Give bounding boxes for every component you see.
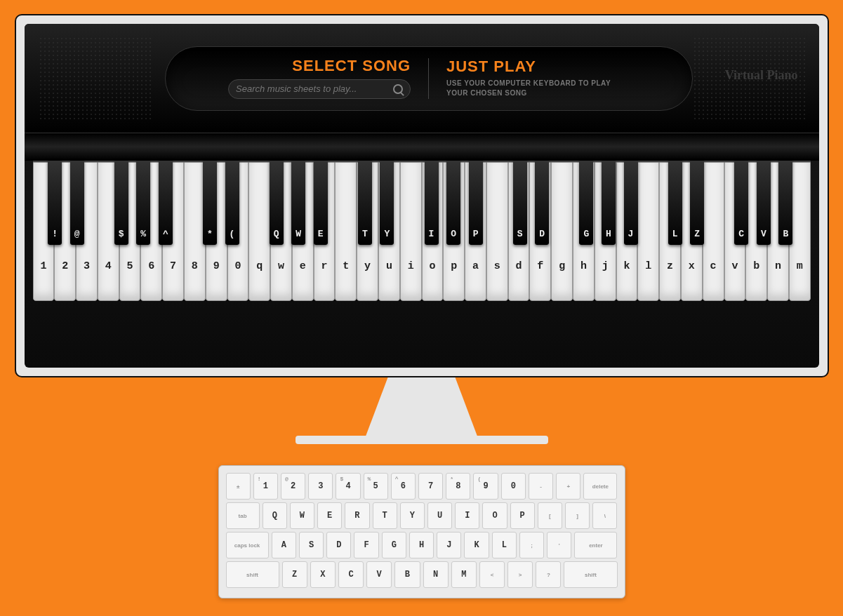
black-key-^[interactable]: ^ bbox=[159, 161, 173, 245]
black-key-Y[interactable]: Y bbox=[380, 161, 394, 245]
kbd-key-[[interactable]: [ bbox=[538, 502, 562, 529]
kbd-key-6[interactable]: ^6 bbox=[391, 473, 416, 500]
computer-keyboard: ±!1@23$4%5^67*8(90-+delete tabQWERTYUIOP… bbox=[218, 465, 625, 598]
kbd-key-\[interactable]: \ bbox=[592, 502, 617, 529]
black-key-V[interactable]: V bbox=[757, 161, 771, 245]
key-label: P bbox=[473, 229, 479, 239]
black-key-![interactable]: ! bbox=[48, 161, 62, 245]
kbd-key-I[interactable]: I bbox=[455, 502, 479, 529]
black-key-C[interactable]: C bbox=[734, 161, 748, 245]
black-key-B[interactable]: B bbox=[778, 161, 792, 245]
kbd-key-S[interactable]: S bbox=[299, 532, 324, 558]
kbd-key-W[interactable]: W bbox=[290, 502, 314, 529]
search-input[interactable] bbox=[236, 83, 393, 94]
black-key-O[interactable]: O bbox=[446, 161, 460, 245]
key-label: T bbox=[362, 229, 368, 239]
black-key-Q[interactable]: Q bbox=[270, 161, 284, 245]
black-key-Z[interactable]: Z bbox=[690, 161, 704, 245]
kbd-key-+[interactable]: + bbox=[556, 473, 580, 500]
black-key-J[interactable]: J bbox=[624, 161, 638, 245]
kbd-key-<[interactable]: < bbox=[479, 561, 505, 588]
kbd-key-1[interactable]: !1 bbox=[253, 473, 278, 500]
kbd-key-Y[interactable]: Y bbox=[400, 502, 425, 529]
kbd-key-Z[interactable]: Z bbox=[282, 561, 307, 588]
black-key-%[interactable]: % bbox=[136, 161, 150, 245]
kbd-key-9[interactable]: (9 bbox=[473, 473, 498, 500]
kbd-key-'[interactable]: ' bbox=[547, 532, 571, 558]
white-key-g[interactable]: g bbox=[551, 162, 573, 301]
kbd-key-8[interactable]: *8 bbox=[446, 473, 470, 500]
kbd-key-shift[interactable]: shift bbox=[226, 561, 279, 588]
kbd-key-delete[interactable]: delete bbox=[583, 473, 617, 500]
search-box[interactable] bbox=[228, 79, 411, 99]
top-panel: SELECT SONG JUST PLAY USE YOUR COMPUTER … bbox=[25, 24, 819, 133]
kbd-key-0[interactable]: 0 bbox=[501, 473, 526, 500]
key-label: y bbox=[364, 260, 371, 272]
white-key-t[interactable]: t bbox=[335, 162, 357, 301]
black-key-*[interactable]: * bbox=[203, 161, 217, 245]
kbd-key-J[interactable]: J bbox=[437, 532, 461, 558]
white-key-c[interactable]: c bbox=[703, 162, 724, 301]
kbd-key-L[interactable]: L bbox=[492, 532, 517, 558]
kbd-key-][interactable]: ] bbox=[565, 502, 590, 529]
kbd-key-K[interactable]: K bbox=[464, 532, 489, 558]
kbd-key-M[interactable]: M bbox=[451, 561, 477, 588]
kbd-key-E[interactable]: E bbox=[317, 502, 342, 529]
white-key-q[interactable]: q bbox=[248, 162, 270, 301]
key-label: Q bbox=[274, 229, 279, 239]
black-key-$[interactable]: $ bbox=[114, 161, 128, 245]
virtual-piano-logo: Virtual Piano bbox=[725, 69, 798, 81]
kbd-key-4[interactable]: $4 bbox=[336, 473, 360, 500]
kbd-key-R[interactable]: R bbox=[345, 502, 369, 529]
black-key-@[interactable]: @ bbox=[70, 161, 84, 245]
key-label: f bbox=[537, 260, 543, 272]
black-key-L[interactable]: L bbox=[668, 161, 682, 245]
black-key-G[interactable]: G bbox=[579, 161, 593, 245]
kbd-key->[interactable]: > bbox=[507, 561, 533, 588]
kbd-key-H[interactable]: H bbox=[409, 532, 434, 558]
kbd-key-U[interactable]: U bbox=[427, 502, 452, 529]
kbd-key-B[interactable]: B bbox=[394, 561, 420, 588]
kbd-key-T[interactable]: T bbox=[373, 502, 397, 529]
white-key-l[interactable]: l bbox=[637, 162, 659, 301]
kbd-key-caps lock[interactable]: caps lock bbox=[226, 532, 269, 558]
black-key-E[interactable]: E bbox=[314, 161, 328, 245]
kbd-key-X[interactable]: X bbox=[310, 561, 336, 588]
kbd-key-A[interactable]: A bbox=[272, 532, 296, 558]
white-key-i[interactable]: i bbox=[400, 162, 422, 301]
kbd-key-P[interactable]: P bbox=[510, 502, 535, 529]
black-key-S[interactable]: S bbox=[513, 161, 527, 245]
kbd-key-D[interactable]: D bbox=[326, 532, 351, 558]
kbd-key--[interactable]: - bbox=[529, 473, 553, 500]
kbd-key-?[interactable]: ? bbox=[536, 561, 561, 588]
black-key-([interactable]: ( bbox=[225, 161, 239, 245]
black-key-P[interactable]: P bbox=[469, 161, 483, 245]
black-key-H[interactable]: H bbox=[602, 161, 616, 245]
kbd-key-tab[interactable]: tab bbox=[226, 502, 260, 529]
select-song-label: SELECT SONG bbox=[292, 58, 411, 74]
kbd-key-N[interactable]: N bbox=[423, 561, 449, 588]
kbd-key-enter[interactable]: enter bbox=[574, 532, 617, 558]
kbd-key-±[interactable]: ± bbox=[226, 473, 251, 500]
black-key-D[interactable]: D bbox=[535, 161, 549, 245]
black-key-I[interactable]: I bbox=[425, 161, 439, 245]
key-label: e bbox=[300, 260, 306, 272]
kbd-key-C[interactable]: C bbox=[338, 561, 364, 588]
black-key-T[interactable]: T bbox=[358, 161, 372, 245]
key-label: W bbox=[296, 229, 301, 239]
key-label: s bbox=[494, 260, 500, 272]
kbd-key-3[interactable]: 3 bbox=[308, 473, 333, 500]
kbd-key-Q[interactable]: Q bbox=[263, 502, 287, 529]
kbd-key-;[interactable]: ; bbox=[519, 532, 544, 558]
key-label: J bbox=[628, 229, 634, 239]
kbd-key-2[interactable]: @2 bbox=[281, 473, 305, 500]
kbd-key-F[interactable]: F bbox=[354, 532, 378, 558]
kbd-key-shift[interactable]: shift bbox=[564, 561, 617, 588]
kbd-key-7[interactable]: 7 bbox=[418, 473, 443, 500]
kbd-key-O[interactable]: O bbox=[482, 502, 507, 529]
white-key-s[interactable]: s bbox=[486, 162, 508, 301]
kbd-key-G[interactable]: G bbox=[382, 532, 406, 558]
black-key-W[interactable]: W bbox=[291, 161, 305, 245]
kbd-key-5[interactable]: %5 bbox=[364, 473, 388, 500]
kbd-key-V[interactable]: V bbox=[366, 561, 392, 588]
